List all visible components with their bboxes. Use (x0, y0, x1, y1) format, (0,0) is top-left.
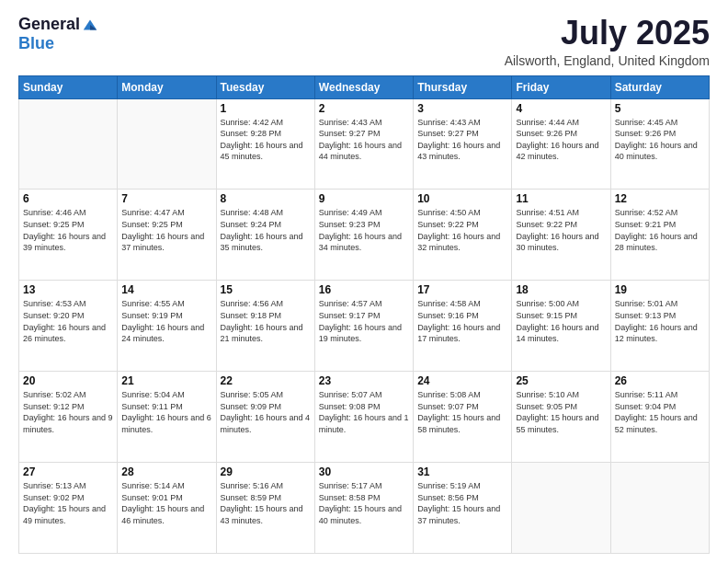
day-info: Sunrise: 4:47 AM Sunset: 9:25 PM Dayligh… (121, 207, 211, 253)
header-monday: Monday (118, 75, 216, 98)
logo: General Blue (18, 15, 98, 53)
header: General Blue July 2025 Ailsworth, Englan… (18, 15, 710, 68)
table-row (118, 98, 216, 190)
table-row: 7Sunrise: 4:47 AM Sunset: 9:25 PM Daylig… (118, 190, 216, 281)
day-info: Sunrise: 4:46 AM Sunset: 9:25 PM Dayligh… (23, 207, 113, 253)
header-saturday: Saturday (610, 75, 709, 98)
day-info: Sunrise: 5:16 AM Sunset: 8:59 PM Dayligh… (221, 480, 311, 526)
table-row: 24Sunrise: 5:08 AM Sunset: 9:07 PM Dayli… (414, 372, 512, 463)
day-info: Sunrise: 4:43 AM Sunset: 9:27 PM Dayligh… (417, 117, 507, 163)
day-number: 19 (615, 283, 705, 296)
day-number: 20 (23, 374, 113, 387)
table-row: 28Sunrise: 5:14 AM Sunset: 9:01 PM Dayli… (118, 463, 216, 554)
table-row (512, 463, 610, 554)
day-info: Sunrise: 5:14 AM Sunset: 9:01 PM Dayligh… (121, 480, 211, 526)
day-info: Sunrise: 5:17 AM Sunset: 8:58 PM Dayligh… (319, 480, 409, 526)
table-row: 22Sunrise: 5:05 AM Sunset: 9:09 PM Dayli… (216, 372, 314, 463)
calendar-week-row: 13Sunrise: 4:53 AM Sunset: 9:20 PM Dayli… (19, 281, 710, 372)
day-info: Sunrise: 4:45 AM Sunset: 9:26 PM Dayligh… (615, 117, 705, 163)
table-row: 17Sunrise: 4:58 AM Sunset: 9:16 PM Dayli… (414, 281, 512, 372)
table-row: 13Sunrise: 4:53 AM Sunset: 9:20 PM Dayli… (19, 281, 118, 372)
logo-icon (82, 17, 98, 33)
table-row: 9Sunrise: 4:49 AM Sunset: 9:23 PM Daylig… (314, 190, 413, 281)
calendar-week-row: 6Sunrise: 4:46 AM Sunset: 9:25 PM Daylig… (19, 190, 710, 281)
table-row: 21Sunrise: 5:04 AM Sunset: 9:11 PM Dayli… (118, 372, 216, 463)
month-title: July 2025 (505, 15, 710, 52)
table-row: 8Sunrise: 4:48 AM Sunset: 9:24 PM Daylig… (216, 190, 314, 281)
logo-general-text: General (18, 15, 80, 34)
day-number: 11 (516, 192, 606, 205)
table-row: 14Sunrise: 4:55 AM Sunset: 9:19 PM Dayli… (118, 281, 216, 372)
day-number: 21 (121, 374, 211, 387)
day-number: 10 (417, 192, 507, 205)
table-row: 27Sunrise: 5:13 AM Sunset: 9:02 PM Dayli… (19, 463, 118, 554)
table-row: 2Sunrise: 4:43 AM Sunset: 9:27 PM Daylig… (314, 98, 413, 190)
table-row: 26Sunrise: 5:11 AM Sunset: 9:04 PM Dayli… (610, 372, 709, 463)
day-number: 18 (516, 283, 606, 296)
table-row (19, 98, 118, 190)
day-number: 6 (23, 192, 113, 205)
table-row: 18Sunrise: 5:00 AM Sunset: 9:15 PM Dayli… (512, 281, 610, 372)
day-info: Sunrise: 5:05 AM Sunset: 9:09 PM Dayligh… (221, 389, 311, 435)
day-number: 25 (516, 374, 606, 387)
day-info: Sunrise: 5:02 AM Sunset: 9:12 PM Dayligh… (23, 389, 113, 435)
calendar-header-row: Sunday Monday Tuesday Wednesday Thursday… (19, 75, 710, 98)
day-number: 2 (319, 102, 409, 115)
day-info: Sunrise: 5:11 AM Sunset: 9:04 PM Dayligh… (615, 389, 705, 435)
calendar-table: Sunday Monday Tuesday Wednesday Thursday… (18, 75, 710, 554)
day-info: Sunrise: 4:50 AM Sunset: 9:22 PM Dayligh… (417, 207, 507, 253)
day-number: 12 (615, 192, 705, 205)
table-row: 3Sunrise: 4:43 AM Sunset: 9:27 PM Daylig… (414, 98, 512, 190)
day-number: 7 (121, 192, 211, 205)
table-row: 1Sunrise: 4:42 AM Sunset: 9:28 PM Daylig… (216, 98, 314, 190)
day-info: Sunrise: 5:19 AM Sunset: 8:56 PM Dayligh… (417, 480, 507, 526)
day-number: 8 (221, 192, 311, 205)
day-number: 22 (221, 374, 311, 387)
day-info: Sunrise: 4:52 AM Sunset: 9:21 PM Dayligh… (615, 207, 705, 253)
table-row: 11Sunrise: 4:51 AM Sunset: 9:22 PM Dayli… (512, 190, 610, 281)
day-number: 26 (615, 374, 705, 387)
day-info: Sunrise: 4:51 AM Sunset: 9:22 PM Dayligh… (516, 207, 606, 253)
header-sunday: Sunday (19, 75, 118, 98)
day-info: Sunrise: 5:01 AM Sunset: 9:13 PM Dayligh… (615, 298, 705, 344)
day-number: 5 (615, 102, 705, 115)
day-number: 15 (221, 283, 311, 296)
day-number: 4 (516, 102, 606, 115)
day-number: 9 (319, 192, 409, 205)
day-info: Sunrise: 4:55 AM Sunset: 9:19 PM Dayligh… (121, 298, 211, 344)
day-info: Sunrise: 4:57 AM Sunset: 9:17 PM Dayligh… (319, 298, 409, 344)
table-row: 15Sunrise: 4:56 AM Sunset: 9:18 PM Dayli… (216, 281, 314, 372)
day-info: Sunrise: 5:13 AM Sunset: 9:02 PM Dayligh… (23, 480, 113, 526)
table-row: 25Sunrise: 5:10 AM Sunset: 9:05 PM Dayli… (512, 372, 610, 463)
table-row: 31Sunrise: 5:19 AM Sunset: 8:56 PM Dayli… (414, 463, 512, 554)
day-info: Sunrise: 4:56 AM Sunset: 9:18 PM Dayligh… (221, 298, 311, 344)
table-row: 29Sunrise: 5:16 AM Sunset: 8:59 PM Dayli… (216, 463, 314, 554)
table-row (610, 463, 709, 554)
day-number: 13 (23, 283, 113, 296)
title-section: July 2025 Ailsworth, England, United Kin… (505, 15, 710, 68)
day-info: Sunrise: 5:08 AM Sunset: 9:07 PM Dayligh… (417, 389, 507, 435)
day-number: 16 (319, 283, 409, 296)
header-wednesday: Wednesday (314, 75, 413, 98)
logo-blue-text: Blue (18, 34, 54, 53)
calendar-week-row: 1Sunrise: 4:42 AM Sunset: 9:28 PM Daylig… (19, 98, 710, 190)
header-thursday: Thursday (414, 75, 512, 98)
table-row: 30Sunrise: 5:17 AM Sunset: 8:58 PM Dayli… (314, 463, 413, 554)
day-info: Sunrise: 4:53 AM Sunset: 9:20 PM Dayligh… (23, 298, 113, 344)
calendar-week-row: 27Sunrise: 5:13 AM Sunset: 9:02 PM Dayli… (19, 463, 710, 554)
table-row: 23Sunrise: 5:07 AM Sunset: 9:08 PM Dayli… (314, 372, 413, 463)
day-info: Sunrise: 4:49 AM Sunset: 9:23 PM Dayligh… (319, 207, 409, 253)
table-row: 20Sunrise: 5:02 AM Sunset: 9:12 PM Dayli… (19, 372, 118, 463)
table-row: 19Sunrise: 5:01 AM Sunset: 9:13 PM Dayli… (610, 281, 709, 372)
day-number: 29 (221, 465, 311, 478)
table-row: 6Sunrise: 4:46 AM Sunset: 9:25 PM Daylig… (19, 190, 118, 281)
day-info: Sunrise: 5:00 AM Sunset: 9:15 PM Dayligh… (516, 298, 606, 344)
day-info: Sunrise: 5:04 AM Sunset: 9:11 PM Dayligh… (121, 389, 211, 435)
table-row: 12Sunrise: 4:52 AM Sunset: 9:21 PM Dayli… (610, 190, 709, 281)
day-number: 31 (417, 465, 507, 478)
header-tuesday: Tuesday (216, 75, 314, 98)
day-number: 27 (23, 465, 113, 478)
table-row: 16Sunrise: 4:57 AM Sunset: 9:17 PM Dayli… (314, 281, 413, 372)
table-row: 10Sunrise: 4:50 AM Sunset: 9:22 PM Dayli… (414, 190, 512, 281)
day-info: Sunrise: 4:43 AM Sunset: 9:27 PM Dayligh… (319, 117, 409, 163)
